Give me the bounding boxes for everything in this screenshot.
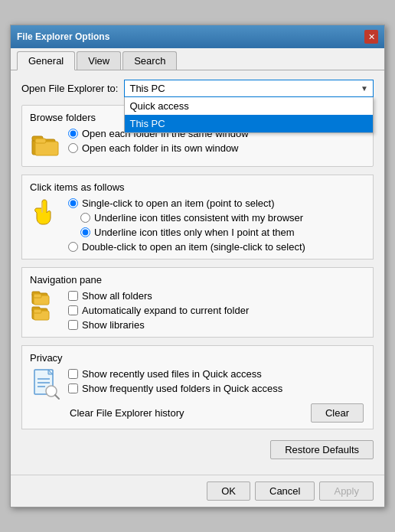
dropdown-option-this-pc[interactable]: This PC [125, 115, 373, 132]
click-items-radio-group: Single-click to open an item (point to s… [68, 197, 365, 253]
open-file-explorer-dropdown[interactable]: This PC ▼ Quick access This PC [124, 80, 374, 97]
tabs-container: General View Search [11, 48, 384, 70]
privacy-frequent-folders[interactable]: Show frequently used folders in Quick ac… [68, 383, 365, 394]
dropdown-option-quick-access[interactable]: Quick access [125, 97, 373, 115]
privacy-content: Show recently used files in Quick access… [30, 368, 365, 423]
click-double[interactable]: Double-click to open an item (single-cli… [68, 241, 365, 253]
navigation-pane-content: Show all folders Automatically expand to… [30, 290, 365, 331]
privacy-checkboxes: Show recently used files in Quick access… [68, 368, 365, 423]
privacy-icon [30, 368, 62, 400]
click-items-content: Single-click to open an item (point to s… [30, 197, 365, 253]
privacy-section: Privacy [21, 345, 374, 429]
open-file-explorer-label: Open File Explorer to: [21, 83, 118, 94]
click-items-title: Click items as follows [30, 181, 365, 193]
tab-search[interactable]: Search [122, 51, 177, 70]
window: File Explorer Options ✕ General View Sea… [10, 24, 385, 508]
clear-label: Clear File Explorer history [70, 407, 184, 419]
nav-auto-expand[interactable]: Automatically expand to current folder [68, 305, 365, 316]
click-single[interactable]: Single-click to open an item (point to s… [68, 197, 365, 209]
apply-button[interactable]: Apply [319, 481, 374, 501]
navigation-pane-checkboxes: Show all folders Automatically expand to… [68, 290, 365, 331]
tab-general[interactable]: General [17, 51, 75, 70]
tab-view[interactable]: View [77, 51, 121, 70]
nav-show-all-folders[interactable]: Show all folders [68, 290, 365, 302]
restore-defaults-row: Restore Defaults [21, 437, 374, 465]
svg-line-18 [55, 395, 59, 399]
window-title: File Explorer Options [17, 31, 109, 42]
close-button[interactable]: ✕ [364, 30, 378, 44]
privacy-title: Privacy [30, 352, 365, 364]
clear-history-row: Clear File Explorer history Clear [68, 403, 365, 423]
navigation-pane-section: Navigation pane [21, 267, 374, 338]
ok-button[interactable]: OK [207, 481, 250, 501]
content-area: Open File Explorer to: This PC ▼ Quick a… [11, 70, 384, 475]
dropdown-display[interactable]: This PC ▼ [124, 80, 374, 97]
svg-rect-12 [34, 309, 41, 313]
click-items-section: Click items as follows Single-click to o… [21, 175, 374, 259]
svg-rect-4 [41, 202, 43, 213]
clear-button[interactable]: Clear [311, 403, 364, 423]
svg-rect-3 [35, 139, 46, 143]
svg-rect-8 [34, 294, 41, 298]
navigation-pane-title: Navigation pane [30, 274, 365, 286]
restore-defaults-button[interactable]: Restore Defaults [270, 440, 374, 459]
click-icon [30, 197, 62, 230]
nav-show-libraries[interactable]: Show libraries [68, 319, 365, 331]
open-file-explorer-row: Open File Explorer to: This PC ▼ Quick a… [21, 80, 374, 97]
nav-icon [30, 290, 62, 322]
svg-rect-2 [35, 142, 58, 155]
cancel-button[interactable]: Cancel [255, 481, 315, 501]
title-bar: File Explorer Options ✕ [11, 25, 384, 48]
browse-folders-icon [30, 128, 62, 160]
browse-own-window[interactable]: Open each folder in its own window [68, 142, 365, 154]
dropdown-arrow-icon: ▼ [361, 84, 368, 93]
dropdown-list: Quick access This PC [124, 97, 374, 133]
click-underline-browser[interactable]: Underline icon titles consistent with my… [68, 212, 365, 224]
click-underline-point[interactable]: Underline icon titles only when I point … [68, 227, 365, 238]
privacy-recent-files[interactable]: Show recently used files in Quick access [68, 368, 365, 380]
bottom-bar: OK Cancel Apply [11, 475, 384, 507]
